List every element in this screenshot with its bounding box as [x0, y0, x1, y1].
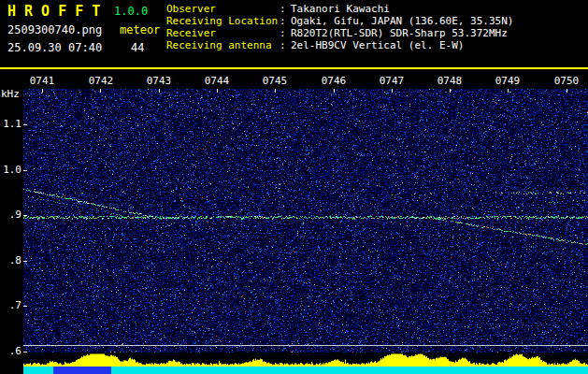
- info-colon: :: [280, 27, 291, 39]
- freq-tick-label: .9: [0, 209, 22, 221]
- freq-axis-unit: kHz: [1, 88, 20, 100]
- info-colon: :: [280, 39, 291, 51]
- time-tick-label: 0748: [435, 75, 465, 87]
- spectrogram-canvas: [23, 89, 588, 352]
- freq-tick-label: .8: [0, 254, 22, 266]
- signal-level-canvas: [23, 353, 588, 367]
- info-colon: :: [280, 15, 291, 27]
- info-value: Ogaki, Gifu, JAPAN (136.60E, 35.35N): [291, 15, 513, 27]
- info-row-antenna: Receiving antenna : 2el-HB9CV Vertical (…: [166, 39, 513, 51]
- info-value: R820T2(RTL-SDR) SDR-Sharp 53.372MHz: [291, 27, 508, 39]
- header-divider: [0, 67, 588, 69]
- echo-count: 44: [131, 41, 144, 54]
- freq-tick-label: .7: [0, 299, 22, 311]
- info-row-receiver: Receiver : R820T2(RTL-SDR) SDR-Sharp 53.…: [166, 27, 513, 39]
- info-panel: Observer : Takanori Kawachi Receiving Lo…: [166, 3, 513, 51]
- time-tick-label: 0747: [377, 75, 407, 87]
- info-label: Receiving antenna: [166, 39, 280, 51]
- info-colon: :: [280, 3, 291, 15]
- time-tick-label: 0749: [493, 75, 523, 87]
- time-tick-label: 0744: [202, 75, 232, 87]
- hrofft-window: H R O F F T 1.0.0 2509300740.png meteor …: [0, 0, 588, 374]
- app-title: H R O F F T: [7, 3, 100, 20]
- status-bar: [23, 367, 588, 374]
- freq-tick-label: 1.0: [0, 164, 22, 176]
- status-bar-blue-segment: [53, 367, 111, 374]
- datetime: 25.09.30 07:40: [7, 41, 102, 54]
- time-tick-label: 0743: [144, 75, 174, 87]
- time-tick-label: 0746: [319, 75, 349, 87]
- time-tick-label: 0741: [27, 75, 57, 87]
- time-tick-label: 0745: [260, 75, 290, 87]
- info-row-observer: Observer : Takanori Kawachi: [166, 3, 513, 15]
- freq-tick-label: .6: [0, 345, 22, 357]
- filename: 2509300740.png: [7, 23, 102, 36]
- app-version: 1.0.0: [114, 5, 148, 18]
- mode-label: meteor: [120, 23, 160, 36]
- time-tick-label: 0750: [552, 75, 581, 87]
- info-label: Receiving Location: [166, 15, 280, 27]
- info-value: 2el-HB9CV Vertical (el. E-W): [291, 39, 464, 51]
- info-label: Receiver: [166, 27, 280, 39]
- info-value: Takanori Kawachi: [291, 3, 390, 15]
- info-label: Observer: [166, 3, 280, 15]
- info-row-location: Receiving Location : Ogaki, Gifu, JAPAN …: [166, 15, 513, 27]
- freq-tick-label: 1.1: [0, 118, 22, 130]
- time-tick-label: 0742: [86, 75, 116, 87]
